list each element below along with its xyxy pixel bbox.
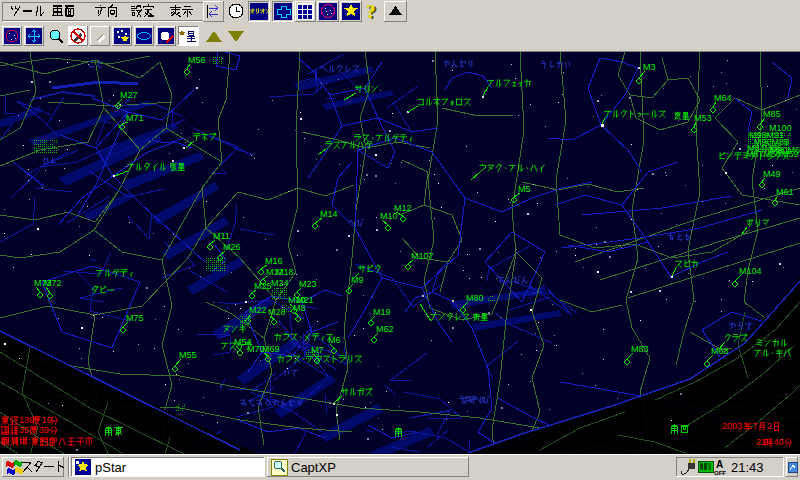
svg-text:M23: M23 (299, 279, 317, 289)
svg-text:M22: M22 (249, 305, 267, 315)
svg-text:M62: M62 (376, 324, 394, 334)
svg-text:A: A (716, 459, 723, 470)
svg-text:39: 39 (39, 425, 49, 435)
svg-text:M49: M49 (763, 169, 781, 179)
svg-text:M26: M26 (223, 242, 241, 252)
svg-text:M72: M72 (44, 278, 62, 288)
svg-text:M107: M107 (411, 251, 434, 261)
svg-text:M28: M28 (268, 307, 286, 317)
svg-text:40: 40 (773, 437, 783, 447)
svg-text:139: 139 (19, 415, 34, 425)
svg-text:M27: M27 (120, 90, 138, 100)
svg-text:M18: M18 (276, 267, 294, 277)
svg-text:M56: M56 (188, 55, 206, 65)
svg-text:M53: M53 (694, 113, 712, 123)
svg-text:M71: M71 (126, 113, 144, 123)
svg-text:M21: M21 (296, 295, 314, 305)
svg-text:CaptXP: CaptXP (291, 460, 336, 475)
svg-text:M75: M75 (126, 313, 144, 323)
svg-text:M61: M61 (776, 187, 794, 197)
svg-text:M10: M10 (380, 211, 398, 221)
svg-text:M24: M24 (271, 278, 289, 288)
svg-text:M25: M25 (254, 281, 272, 291)
svg-text:M19: M19 (373, 307, 391, 317)
svg-text:M16: M16 (265, 256, 283, 266)
svg-text:pStar: pStar (95, 460, 127, 475)
svg-text:M5: M5 (518, 184, 531, 194)
svg-text:M83: M83 (631, 344, 649, 354)
svg-text:21: 21 (756, 437, 766, 447)
svg-text:M14: M14 (320, 209, 338, 219)
svg-text:OFF: OFF (714, 470, 726, 476)
svg-text::: : (28, 436, 31, 446)
svg-text:M11: M11 (213, 231, 230, 241)
svg-text:M70: M70 (247, 344, 265, 354)
svg-text:M7: M7 (311, 345, 324, 355)
svg-text:2: 2 (767, 421, 772, 431)
svg-text:21:43: 21:43 (731, 460, 764, 475)
svg-text:7: 7 (753, 421, 758, 431)
svg-text:M69: M69 (262, 344, 280, 354)
svg-text:M3: M3 (643, 62, 656, 72)
svg-text:M64: M64 (714, 93, 732, 103)
svg-text:2003: 2003 (722, 421, 742, 431)
svg-text:M104: M104 (739, 266, 762, 276)
svg-text:M80: M80 (466, 293, 484, 303)
svg-text:?: ? (366, 1, 376, 22)
svg-text:M55: M55 (179, 350, 197, 360)
svg-text:35: 35 (19, 425, 29, 435)
svg-text:19: 19 (42, 415, 52, 425)
svg-text:M85: M85 (763, 109, 781, 119)
svg-text:M9: M9 (351, 275, 364, 285)
